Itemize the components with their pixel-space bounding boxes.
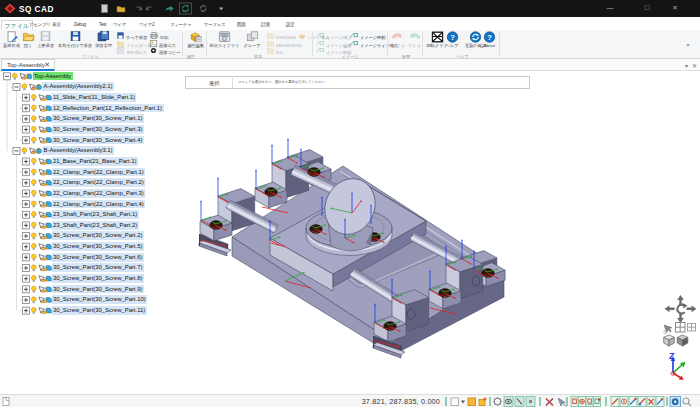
svg-text:37.821, 287.835, 0.000: 37.821, 287.835, 0.000 <box>362 397 440 406</box>
